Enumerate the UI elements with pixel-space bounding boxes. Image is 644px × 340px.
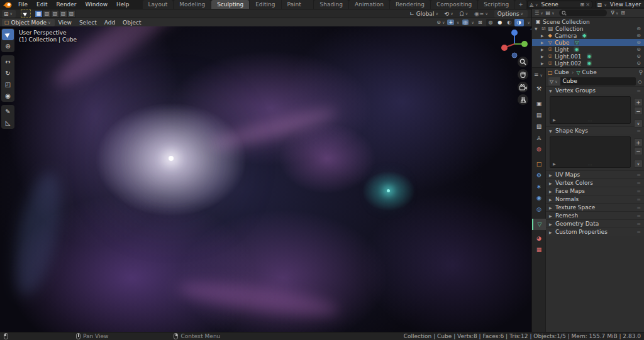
tab-texture-paint[interactable]: Texture Paint bbox=[282, 0, 314, 9]
new-collection-button[interactable]: ⊞ bbox=[620, 10, 626, 16]
outliner-row-light[interactable]: ▶ ☉ Light ◉ ⊙ bbox=[532, 46, 644, 53]
proportional-dropdown-icon[interactable]: ∨ bbox=[484, 11, 489, 16]
add-workspace-button[interactable]: + bbox=[515, 0, 526, 9]
expander-icon[interactable]: ▶ bbox=[541, 33, 547, 38]
tool-scale-button[interactable]: ◰ bbox=[2, 79, 14, 90]
tab-modeling[interactable]: Modeling bbox=[174, 0, 211, 9]
outliner-row-light-001[interactable]: ▶ ☉ Light.001 ◉ ⊙ bbox=[532, 53, 644, 60]
tool-select-box-button[interactable] bbox=[2, 29, 14, 40]
tab-animation[interactable]: Animation bbox=[349, 0, 389, 9]
object-types-visibility-dropdown[interactable]: ⊙ ∨ bbox=[435, 19, 447, 25]
breadcrumb-object[interactable]: □ Cube bbox=[548, 69, 569, 75]
tab-output[interactable]: ▤ bbox=[532, 109, 546, 121]
panel-texture-space[interactable]: ▶ Texture Space ≡ bbox=[546, 203, 644, 211]
shape-key-specials-dropdown[interactable]: ∨ bbox=[634, 160, 643, 168]
menu-object[interactable]: Object bbox=[119, 19, 145, 26]
tab-particles[interactable]: ∗ bbox=[532, 181, 546, 192]
panel-shape-keys[interactable]: ▼ Shape Keys ≡ bbox=[546, 126, 644, 134]
panel-custom-properties[interactable]: ▶ Custom Properties ≡ bbox=[546, 228, 644, 236]
datablock-name-field[interactable]: Cube bbox=[560, 77, 636, 85]
pin-icon[interactable]: ⚲ bbox=[638, 69, 643, 75]
proportional-falloff-icon[interactable]: ≈ bbox=[479, 11, 484, 17]
menu-view[interactable]: View bbox=[55, 19, 75, 26]
tool-measure-button[interactable]: ◺ bbox=[2, 117, 14, 128]
3d-viewport[interactable]: User Perspective (1) Collection | Cube ⊕… bbox=[0, 26, 531, 332]
snap-dropdown-icon[interactable]: ∨ bbox=[464, 11, 469, 16]
panel-uv-maps[interactable]: ▶ UV Maps ≡ bbox=[546, 170, 644, 178]
outliner-filter-type-dropdown[interactable]: ▤∨ bbox=[545, 10, 557, 16]
shading-solid-button[interactable]: ● bbox=[496, 19, 505, 26]
shape-keys-list[interactable]: ▶ … bbox=[550, 136, 631, 168]
tab-shading[interactable]: Shading bbox=[314, 0, 348, 9]
view-layer-browse-dropdown-icon[interactable]: ∨ bbox=[602, 3, 608, 7]
outliner-row-light-002[interactable]: ▶ ☉ Light.002 ◉ ⊙ bbox=[532, 60, 644, 67]
proportional-edit-icon[interactable]: ◉ bbox=[474, 11, 479, 17]
zoom-button[interactable] bbox=[518, 57, 528, 67]
scene-icon[interactable]: ◬ bbox=[529, 2, 534, 8]
tab-view-layer[interactable]: ▧ bbox=[532, 121, 546, 132]
menu-file[interactable]: File bbox=[14, 0, 32, 9]
menu-edit[interactable]: Edit bbox=[32, 0, 52, 9]
tab-constraints[interactable]: ◎ bbox=[532, 204, 546, 215]
shading-material-button[interactable]: ◐ bbox=[505, 19, 514, 26]
panel-normals[interactable]: ▶ Normals ≡ bbox=[546, 195, 644, 203]
tab-rendering[interactable]: Rendering bbox=[390, 0, 430, 9]
list-filter-expander-icon[interactable]: ▶ bbox=[553, 162, 556, 166]
expander-icon[interactable]: ▶ bbox=[541, 54, 547, 58]
scene-name-field[interactable]: Scene bbox=[539, 1, 579, 8]
visibility-eye-icon[interactable]: ⊙ bbox=[636, 40, 641, 45]
transform-orientation-dropdown[interactable]: ∟ Global ∨ bbox=[409, 11, 440, 17]
tab-physics[interactable]: ◉ bbox=[532, 192, 546, 204]
perspective-ortho-toggle-button[interactable] bbox=[518, 94, 528, 105]
menu-select[interactable]: Select bbox=[75, 19, 101, 26]
tool-transform-button[interactable]: ◉ bbox=[2, 90, 14, 101]
show-overlays-toggle[interactable]: ◎ bbox=[462, 19, 469, 25]
select-mode-new-button[interactable]: ▦ bbox=[35, 10, 43, 18]
remove-shape-key-button[interactable]: − bbox=[634, 147, 643, 155]
visibility-eye-icon[interactable]: ⊙ bbox=[636, 53, 641, 59]
active-tool-select-box-button[interactable] bbox=[21, 9, 31, 18]
fake-user-shield-icon[interactable]: ◇ bbox=[638, 79, 642, 85]
vertex-group-specials-dropdown[interactable]: ∨ bbox=[634, 119, 643, 128]
properties-editor-type-dropdown[interactable]: ≡∨ bbox=[532, 69, 546, 80]
expander-icon[interactable]: ▶ bbox=[541, 47, 547, 52]
breadcrumb-data[interactable]: ▽ Cube bbox=[576, 69, 596, 75]
editor-type-selector[interactable]: ⊞ ∨ bbox=[2, 10, 16, 18]
outliner-row-cube[interactable]: ▶ ▽ Cube ▽ ⊙ bbox=[532, 39, 644, 46]
tool-cursor-button[interactable]: ⊕ bbox=[2, 40, 14, 52]
outliner-display-mode-dropdown[interactable]: ☰∨ bbox=[534, 10, 545, 16]
tab-modifiers[interactable]: ⚙ bbox=[532, 170, 546, 181]
camera-view-button[interactable] bbox=[518, 82, 528, 92]
list-resize-grip-icon[interactable]: … bbox=[588, 118, 593, 123]
tool-move-button[interactable]: ↔ bbox=[2, 56, 14, 67]
expander-icon[interactable]: ▶ bbox=[541, 61, 547, 65]
view-layer-name-field[interactable]: View Layer bbox=[608, 1, 644, 8]
tool-annotate-button[interactable]: ✎ bbox=[2, 106, 14, 117]
add-shape-key-button[interactable]: + bbox=[634, 138, 643, 146]
vertex-groups-list[interactable]: ▶ … bbox=[550, 96, 631, 124]
gizmos-dropdown-icon[interactable]: ∨ bbox=[454, 20, 462, 25]
overlays-dropdown-icon[interactable]: ∨ bbox=[469, 20, 476, 25]
tool-rotate-button[interactable]: ↻ bbox=[2, 67, 14, 79]
panel-vertex-groups[interactable]: ▼ Vertex Groups ≡ bbox=[546, 86, 644, 94]
visibility-eye-icon[interactable]: ⊙ bbox=[636, 26, 641, 31]
panel-geometry-data[interactable]: ▶ Geometry Data ≡ bbox=[546, 219, 644, 228]
tab-texture[interactable]: ▦ bbox=[532, 244, 546, 255]
panel-vertex-colors[interactable]: ▶ Vertex Colors ≡ bbox=[546, 178, 644, 187]
panel-face-maps[interactable]: ▶ Face Maps ≡ bbox=[546, 187, 644, 195]
pan-hand-button[interactable] bbox=[518, 69, 528, 80]
navigation-gizmo[interactable] bbox=[501, 28, 530, 59]
visibility-eye-icon[interactable]: ⊙ bbox=[636, 60, 641, 66]
list-resize-grip-icon[interactable]: … bbox=[588, 162, 593, 167]
tab-object[interactable]: □ bbox=[532, 158, 546, 170]
tab-layout[interactable]: Layout bbox=[143, 0, 174, 9]
expander-icon[interactable]: ▼ bbox=[535, 26, 540, 31]
menu-add[interactable]: Add bbox=[101, 19, 119, 26]
list-filter-expander-icon[interactable]: ▶ bbox=[553, 118, 556, 122]
add-vertex-group-button[interactable]: + bbox=[634, 98, 643, 106]
menu-window[interactable]: Window bbox=[81, 0, 113, 9]
select-mode-extend-button[interactable]: ▧ bbox=[43, 10, 51, 18]
unlink-scene-icon[interactable]: ✕ bbox=[585, 2, 591, 8]
tab-sculpting[interactable]: Sculpting bbox=[211, 0, 249, 9]
tab-uv-editing[interactable]: UV Editing bbox=[250, 0, 280, 9]
